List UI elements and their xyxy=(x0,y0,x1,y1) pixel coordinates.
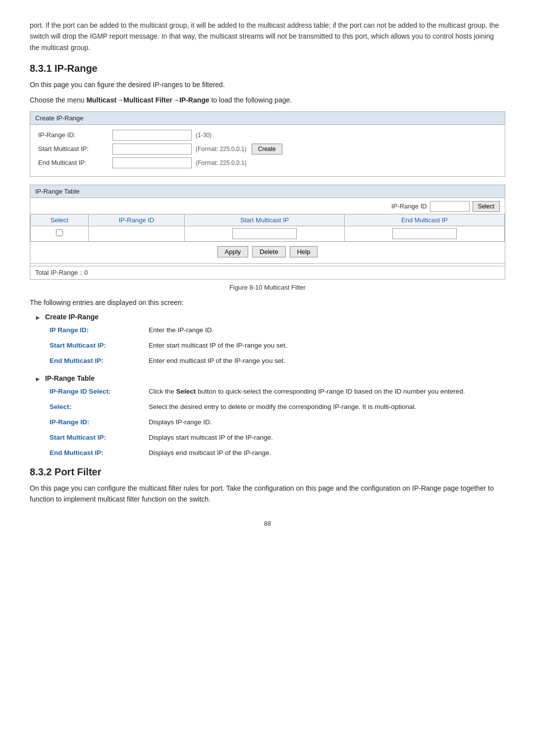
desc-text-ip-range-id: Enter the IP-range ID. xyxy=(149,325,505,336)
table-header-row: Select IP-Range ID Start Multicast IP En… xyxy=(31,214,505,226)
desc-item-ip-range-id: IP Range ID: Enter the IP-range ID. xyxy=(50,325,505,336)
desc-text-end-multicast-ip: Enter end multicast IP of the IP-range y… xyxy=(149,356,505,366)
desc-item-table-start-multicast-ip: Start Multicast IP: Displays start multi… xyxy=(50,433,505,443)
separator xyxy=(30,263,505,264)
end-multicast-ip-input[interactable] xyxy=(112,157,192,168)
row-checkbox[interactable] xyxy=(56,229,63,236)
desc-label-select: Select: xyxy=(50,402,149,412)
desc-item-ip-range-id-select: IP-Range ID Select: Click the Select but… xyxy=(50,387,505,397)
create-ip-range-body: IP-Range ID: (1-30) Start Multicast IP: … xyxy=(30,125,505,176)
intro-text: port. If the port can be added to the mu… xyxy=(30,20,505,53)
ip-range-id-input[interactable] xyxy=(112,130,192,141)
start-multicast-ip-hint: (Format: 225.0.0.1) xyxy=(196,146,247,152)
create-ip-range-box: Create IP-Range IP-Range ID: (1-30) Star… xyxy=(30,111,505,177)
table-row xyxy=(31,226,505,241)
section-desc-8-3-2: On this page you can configure the multi… xyxy=(30,483,505,505)
nav-bold: Multicast→Multicast Filter→IP-Range xyxy=(86,96,209,104)
table-desc-section: ► IP-Range Table IP-Range ID Select: Cli… xyxy=(35,374,505,458)
create-desc-items: IP Range ID: Enter the IP-range ID. Star… xyxy=(50,325,505,366)
create-ip-range-header: Create IP-Range xyxy=(30,112,505,125)
desc-text-ip-range-id-select: Click the Select button to quick-select … xyxy=(149,387,505,397)
action-row: Apply Delete Help xyxy=(30,242,505,261)
page-number: 88 xyxy=(30,520,505,527)
table-cell-end-multicast-ip xyxy=(345,226,505,241)
start-multicast-ip-label: Start Multicast IP: xyxy=(38,145,112,152)
create-section-title-row: ► Create IP-Range xyxy=(35,313,505,321)
end-multicast-ip-row: End Multicast IP: (Format: 225.0.0.1) xyxy=(38,157,497,168)
section-title-8-3-1: 8.3.1 IP-Range xyxy=(30,63,505,74)
desc-text-select: Select the desired entry to delete or mo… xyxy=(149,402,505,412)
help-button[interactable]: Help xyxy=(290,246,318,257)
desc-label-ip-range-id-select: IP-Range ID Select: xyxy=(50,387,149,397)
delete-button[interactable]: Delete xyxy=(252,246,286,257)
table-cell-start-multicast-ip xyxy=(185,226,345,241)
table-cell-ip-range-id xyxy=(88,226,184,241)
desc-item-table-ip-range-id: IP-Range ID: Displays IP-range ID. xyxy=(50,417,505,428)
nav-instruction: Choose the menu Multicast→Multicast Filt… xyxy=(30,95,505,105)
start-multicast-ip-row: Start Multicast IP: (Format: 225.0.0.1) … xyxy=(38,144,497,154)
desc-item-select: Select: Select the desired entry to dele… xyxy=(50,402,505,412)
following-entries-desc: The following entries are displayed on t… xyxy=(30,297,505,308)
ip-range-data-table: Select IP-Range ID Start Multicast IP En… xyxy=(30,214,505,242)
desc-label-table-ip-range-id: IP-Range ID: xyxy=(50,417,149,428)
ip-range-id-label: IP-Range ID: xyxy=(38,131,112,139)
desc-item-table-end-multicast-ip: End Multicast IP: Displays end multicast… xyxy=(50,448,505,458)
desc-label-table-start-multicast-ip: Start Multicast IP: xyxy=(50,433,149,443)
ip-range-table-header: IP-Range Table xyxy=(30,185,505,198)
ip-range-id-hint: (1-30) xyxy=(196,132,212,139)
end-ip-cell-input[interactable] xyxy=(392,228,457,239)
desc-text-table-ip-range-id: Displays IP-range ID. xyxy=(149,417,505,428)
arrow-icon-2: ► xyxy=(35,375,41,383)
table-section-title-row: ► IP-Range Table xyxy=(35,374,505,383)
create-button[interactable]: Create xyxy=(252,144,282,154)
desc-label-start-multicast-ip: Start Multicast IP: xyxy=(50,341,149,351)
table-cell-select[interactable] xyxy=(31,226,89,241)
create-ip-range-desc-section: ► Create IP-Range IP Range ID: Enter the… xyxy=(35,313,505,366)
table-id-row: IP-Range ID Select xyxy=(30,198,505,214)
table-id-input[interactable] xyxy=(430,201,470,212)
create-section-label: Create IP-Range xyxy=(45,313,99,321)
arrow-icon: ► xyxy=(35,314,41,321)
ip-range-table-box: IP-Range Table IP-Range ID Select Select… xyxy=(30,185,505,280)
start-ip-cell-input[interactable] xyxy=(232,228,297,239)
desc-item-end-multicast-ip: End Multicast IP: Enter end multicast IP… xyxy=(50,356,505,366)
desc-text-start-multicast-ip: Enter start multicast IP of the IP-range… xyxy=(149,341,505,351)
figure-caption: Figure 8-10 Multicast Filter xyxy=(30,284,505,291)
table-section-label: IP-Range Table xyxy=(45,374,95,382)
desc-label-ip-range-id: IP Range ID: xyxy=(50,325,149,336)
col-end-multicast-ip: End Multicast IP xyxy=(345,214,505,226)
col-select: Select xyxy=(31,214,89,226)
table-desc-items: IP-Range ID Select: Click the Select but… xyxy=(50,387,505,458)
total-row: Total IP-Range：0 xyxy=(30,266,505,279)
section-desc-8-3-1: On this page you can figure the desired … xyxy=(30,79,505,90)
col-ip-range-id: IP-Range ID xyxy=(88,214,184,226)
apply-button[interactable]: Apply xyxy=(217,246,249,257)
ip-range-id-row: IP-Range ID: (1-30) xyxy=(38,130,497,141)
start-multicast-ip-input[interactable] xyxy=(112,144,192,154)
select-button[interactable]: Select xyxy=(473,201,500,212)
table-id-label: IP-Range ID xyxy=(391,202,427,210)
section-title-8-3-2: 8.3.2 Port Filter xyxy=(30,466,505,478)
desc-item-start-multicast-ip: Start Multicast IP: Enter start multicas… xyxy=(50,341,505,351)
desc-label-table-end-multicast-ip: End Multicast IP: xyxy=(50,448,149,458)
desc-label-end-multicast-ip: End Multicast IP: xyxy=(50,356,149,366)
col-start-multicast-ip: Start Multicast IP xyxy=(185,214,345,226)
desc-text-table-end-multicast-ip: Displays end multicast IP of the IP-rang… xyxy=(149,448,505,458)
end-multicast-ip-label: End Multicast IP: xyxy=(38,159,112,166)
end-multicast-ip-hint: (Format: 225.0.0.1) xyxy=(196,159,247,166)
desc-text-table-start-multicast-ip: Displays start multicast IP of the IP-ra… xyxy=(149,433,505,443)
